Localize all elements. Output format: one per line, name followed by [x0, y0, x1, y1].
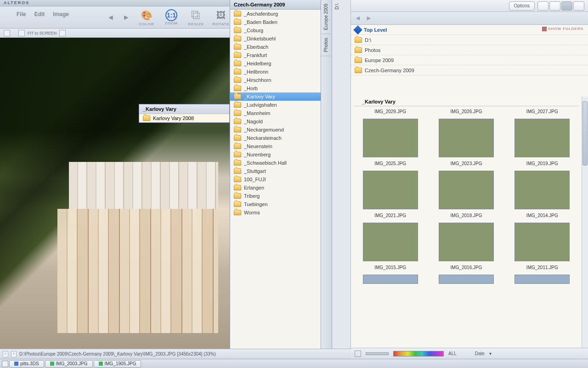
folder-item[interactable]: _Frankfurt: [230, 51, 321, 59]
thumbnail[interactable]: IMG_2016.JPG: [430, 221, 503, 270]
task-img1905[interactable]: IMG_1905.JPG: [94, 360, 141, 368]
folder-item[interactable]: _Dinkelsbuehl: [230, 34, 321, 43]
thumb-label: IMG_2027.JPG: [506, 109, 579, 114]
task-pitts[interactable]: pitts.3DS: [9, 360, 44, 368]
crumb-drive[interactable]: D:\: [351, 35, 588, 45]
folder-item[interactable]: Worms: [230, 208, 321, 217]
viewmode-4-icon[interactable]: [573, 1, 584, 11]
viewmode-3-icon[interactable]: [561, 1, 572, 11]
color-filter-bar[interactable]: [393, 351, 444, 356]
menu-image[interactable]: Image: [53, 11, 69, 17]
grid-size-icon[interactable]: [355, 351, 361, 357]
viewmode-2-icon[interactable]: [549, 1, 560, 11]
size-slider[interactable]: [366, 352, 389, 355]
thumb-scrollbar[interactable]: [582, 97, 588, 348]
thumbnail[interactable]: IMG_2014.JPG: [506, 169, 579, 218]
folder-item[interactable]: _Nagold: [230, 117, 321, 126]
pointer-tool-icon[interactable]: [4, 30, 10, 36]
folder-item[interactable]: _Neckargemuend: [230, 126, 321, 134]
image-viewer[interactable]: [0, 38, 230, 349]
folder-item[interactable]: Tuebingen: [230, 200, 321, 208]
folder-label: _Hirschhorn: [244, 77, 271, 83]
fit-to-screen-label[interactable]: FIT to SCREEN: [28, 31, 57, 35]
folder-item[interactable]: _Heilbronn: [230, 68, 321, 76]
prev-arrow-icon[interactable]: ◄: [106, 12, 116, 23]
view-subtoolbar: FIT to SCREEN: [0, 29, 230, 38]
vtab-photos[interactable]: Photos: [321, 34, 331, 56]
thumbnail[interactable]: IMG_2019.JPG: [506, 117, 579, 166]
main-toolbar: File Edit Image ◄ ► 🎨COLOR 1:1ZOOM ⿻RESI…: [0, 6, 230, 29]
folder-icon: [234, 44, 241, 50]
tool-rotate[interactable]: 🖼ROTATE: [211, 8, 231, 26]
menu-edit[interactable]: Edit: [34, 11, 45, 17]
folder-item[interactable]: _Neuenstein: [230, 142, 321, 150]
folder-item[interactable]: Erlangen: [230, 184, 321, 192]
zoom-in-icon[interactable]: [59, 30, 66, 36]
tool-zoom[interactable]: 1:1ZOOM: [162, 9, 181, 25]
vtab-drive[interactable]: D:\: [332, 0, 342, 13]
folder-item[interactable]: _Aschafenburg: [230, 10, 321, 18]
thumbnail[interactable]: IMG_2018.JPG: [430, 169, 503, 218]
task-img2003[interactable]: IMG_2003.JPG: [45, 360, 93, 368]
sort-date-label[interactable]: Date: [475, 351, 485, 356]
zoom-out-icon[interactable]: [18, 30, 25, 36]
thumbnail[interactable]: IMG_2023.JPG: [430, 117, 503, 166]
thumbnail[interactable]: [506, 273, 579, 288]
folder-item[interactable]: _Ludvigshafen: [230, 101, 321, 109]
tool-color[interactable]: 🎨COLOR: [137, 8, 156, 26]
folder-item[interactable]: _Mannheim: [230, 109, 321, 117]
folder-item[interactable]: _Eberbach: [230, 43, 321, 51]
sort-arrow-icon[interactable]: ▾: [489, 351, 492, 356]
app-title: ALTEROS: [0, 0, 230, 5]
folder-item[interactable]: _Baden Baden: [230, 18, 321, 26]
folder-item[interactable]: _Neckarsteinach: [230, 134, 321, 142]
folder-icon: [234, 210, 241, 215]
folder-label: _Neuenstein: [244, 144, 272, 149]
thumbnail[interactable]: [354, 273, 427, 288]
nav-back-icon[interactable]: ◄: [355, 14, 363, 23]
folder-label: _Aschafenburg: [244, 11, 278, 17]
thumbnail[interactable]: IMG_2029.JPG: [354, 109, 427, 114]
thumbnail[interactable]: IMG_2011.JPG: [506, 221, 579, 270]
taskbar-menu-icon[interactable]: [2, 361, 8, 367]
options-button[interactable]: Options: [509, 1, 535, 11]
folder-item[interactable]: _Heidelberg: [230, 59, 321, 68]
crumb-photos[interactable]: Photos: [351, 45, 588, 55]
filter-all-label[interactable]: ALL: [448, 351, 457, 356]
browser-statusbar: ALL Date ▾: [351, 348, 588, 359]
viewmode-1-icon[interactable]: [537, 1, 548, 11]
thumbnail[interactable]: IMG_2026.JPG: [430, 109, 503, 114]
thumb-image: [439, 119, 494, 157]
folder-item[interactable]: _Hirschhorn: [230, 76, 321, 84]
next-arrow-icon[interactable]: ►: [121, 12, 131, 23]
folder-item[interactable]: 100_FUJI: [230, 175, 321, 184]
scrollbar-handle[interactable]: [582, 101, 588, 166]
status-next-icon[interactable]: ›: [11, 351, 17, 357]
crumb-europe[interactable]: Europe 2009: [351, 55, 588, 65]
crumb-czech[interactable]: Czech-Germany 2009: [351, 65, 588, 75]
thumbnail[interactable]: IMG_2027.JPG: [506, 109, 579, 114]
status-prev-icon[interactable]: ‹: [3, 351, 8, 357]
thumbnail[interactable]: IMG_2025.JPG: [354, 117, 427, 166]
crumb-label: Europe 2009: [365, 58, 394, 63]
nav-forward-icon[interactable]: ►: [366, 14, 374, 23]
folder-item[interactable]: Triberg: [230, 192, 321, 200]
folder-item[interactable]: _Coburg: [230, 26, 321, 34]
folder-item[interactable]: _Stuttgart: [230, 167, 321, 175]
show-folders-toggle[interactable]: SHOW FOLDERS: [542, 27, 583, 31]
tool-resize[interactable]: ⿻RESIZE: [187, 8, 206, 26]
thumbnail[interactable]: IMG_2021.JPG: [354, 169, 427, 218]
popout-item[interactable]: Karlovy Vary 2008: [139, 114, 229, 122]
folder-item[interactable]: _Karlovy Vary: [230, 92, 321, 101]
thumbnail[interactable]: IMG_2015.JPG: [354, 221, 427, 270]
file-icon: [50, 362, 54, 366]
menu-file[interactable]: File: [17, 11, 26, 17]
thumb-label: IMG_2019.JPG: [506, 161, 579, 166]
thumbnail[interactable]: [430, 273, 503, 288]
folder-item[interactable]: _Horb: [230, 84, 321, 92]
thumb-label: IMG_2014.JPG: [506, 213, 579, 218]
folder-item[interactable]: _Schwaebisch Hall: [230, 159, 321, 167]
folder-icon: [355, 37, 362, 43]
vtab-europe[interactable]: Europe 2009: [321, 0, 331, 34]
folder-item[interactable]: _Nurenberg: [230, 150, 321, 159]
